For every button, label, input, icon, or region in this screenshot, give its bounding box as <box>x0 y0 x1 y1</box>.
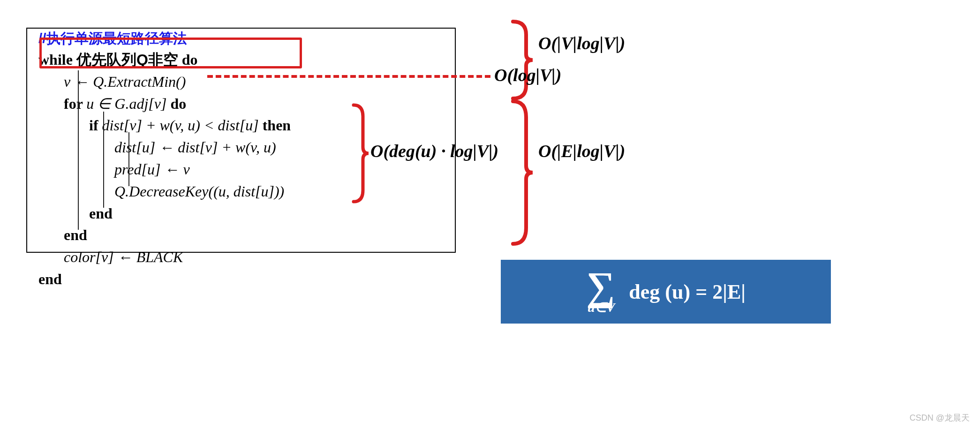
keyword-if: if <box>89 117 102 134</box>
while-line: while 优先队列Q非空 do <box>38 49 444 70</box>
end-while: end <box>38 269 444 290</box>
while-condition-cn: 优先队列Q非空 <box>76 51 178 68</box>
pseudocode-box: //执行单源最短路径算法 while 优先队列Q非空 do v ← Q.Extr… <box>26 28 456 253</box>
pred-update-line: pred[u] ← v <box>114 159 444 180</box>
if-line: if dist[v] + w(v, u) < dist[u] then <box>89 115 444 136</box>
keyword-do-2: do <box>166 95 186 112</box>
decreasekey-line: Q.DecreaseKey((u, dist[u])) <box>114 181 444 202</box>
sigma-symbol: ∑ <box>586 268 615 304</box>
keyword-for: for <box>64 95 86 112</box>
ann-bottom-brace: O(|E|log|V|) <box>538 141 625 161</box>
ann-extractmin: O(log|V|) <box>494 65 561 85</box>
keyword-while: while <box>38 51 76 68</box>
diagram-canvas: //执行单源最短路径算法 while 优先队列Q非空 do v ← Q.Extr… <box>0 0 980 430</box>
formula-body: deg (u) = 2|E| <box>629 280 746 304</box>
color-line: color[v] ← BLACK <box>64 247 444 268</box>
sigma-sub: u∈V <box>588 300 615 315</box>
block-bar-1 <box>78 70 79 230</box>
comment-line: //执行单源最短路径算法 <box>38 29 444 48</box>
top-big-brace <box>509 19 535 101</box>
for-line: for u ∈ G.adj[v] do <box>64 93 444 114</box>
block-bar-2 <box>103 112 104 208</box>
if-cond: dist[v] + w(v, u) < dist[u] <box>102 117 259 134</box>
end-for: end <box>64 225 444 246</box>
for-range: u ∈ G.adj[v] <box>86 95 166 112</box>
end-if: end <box>89 203 444 224</box>
keyword-do: do <box>178 51 198 68</box>
watermark: CSDN @龙晨天 <box>910 412 970 423</box>
block-bar-3 <box>128 132 129 186</box>
bottom-big-brace <box>509 98 535 247</box>
extractmin-line: v ← Q.ExtractMin() <box>64 71 444 92</box>
ann-top-brace: O(|V|log|V|) <box>538 33 625 53</box>
keyword-then: then <box>259 117 291 134</box>
formula-box: ∑ u∈V deg (u) = 2|E| <box>501 260 831 324</box>
ann-inner: O(deg(u) · log|V|) <box>370 141 498 161</box>
